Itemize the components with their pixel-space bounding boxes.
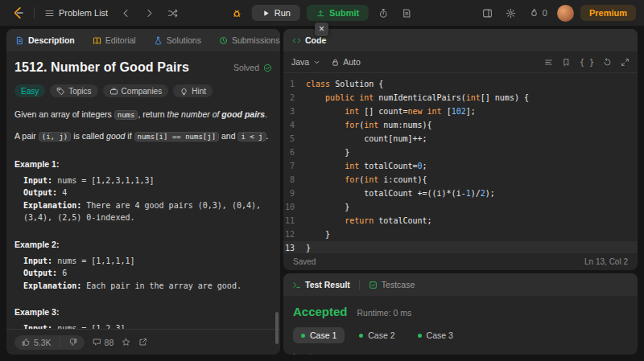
upload-icon [316, 9, 325, 18]
auto-label: Auto [343, 57, 361, 67]
leetcode-logo[interactable] [8, 4, 27, 22]
divider [359, 280, 360, 289]
code-line[interactable]: 13} [283, 241, 638, 253]
code-line[interactable]: 1class Solution { [283, 77, 638, 91]
solved-label: Solved [233, 63, 259, 72]
code-line[interactable]: 7 int totalCount=0; [283, 159, 638, 173]
code-line[interactable]: 10 } [283, 200, 638, 214]
settings-button[interactable] [502, 6, 519, 21]
streak-count: 0 [543, 8, 547, 18]
code-line[interactable]: 11 return totalCount; [283, 214, 638, 228]
case-3-button[interactable]: Case 3 [410, 327, 461, 343]
list-icon [44, 8, 55, 18]
statement-text: is called [71, 131, 106, 141]
companies-button[interactable]: Companies [103, 84, 169, 97]
run-button[interactable]: Run [252, 5, 300, 21]
fullscreen-button[interactable] [621, 58, 630, 67]
solved-badge: Solved [233, 63, 272, 72]
tab-submissions-label: Submissions [232, 35, 280, 45]
prev-problem-button[interactable] [118, 6, 134, 21]
input-label: Input: [23, 176, 52, 185]
code-line[interactable]: 8 for(int i:count){ [283, 173, 638, 187]
problem-list-label: Problem List [59, 8, 108, 18]
topbar-right: 0 Premium [479, 5, 636, 22]
tab-testcase[interactable]: Testcase [368, 278, 415, 291]
reset-code-button[interactable] [603, 58, 612, 67]
snippets-button[interactable]: { } [580, 58, 594, 67]
auto-toggle[interactable]: Auto [331, 57, 361, 67]
star-icon [122, 338, 130, 347]
editor-statusbar: Saved Ln 13, Col 2 [283, 253, 638, 270]
dislike-button[interactable] [68, 338, 77, 347]
tab-editorial[interactable]: Editorial [92, 34, 137, 47]
tab-submissions[interactable]: Submissions [218, 34, 280, 47]
layout-button[interactable] [479, 6, 496, 21]
topbar-left: Problem List [8, 4, 181, 22]
next-problem-button[interactable] [141, 6, 158, 21]
input-section-label: Input [293, 352, 628, 355]
avatar[interactable] [557, 5, 574, 22]
code-line[interactable]: 4 for(int num:nums){ [283, 118, 638, 132]
topics-button[interactable]: Topics [50, 84, 97, 97]
title-row: 1512. Number of Good Pairs Solved [14, 60, 272, 75]
language-select[interactable]: Java [291, 57, 321, 67]
code-line[interactable]: 6 } [283, 146, 638, 159]
premium-button[interactable]: Premium [580, 5, 636, 21]
input-value: nums = [1,2,3,1,1,3] [52, 176, 154, 185]
tag-row: Easy Topics Companies Hint [14, 84, 272, 97]
tab-solutions[interactable]: Solutions [153, 34, 202, 47]
tab-test-result-label: Test Result [305, 280, 350, 289]
statement-text: , return [138, 109, 167, 119]
code-line[interactable]: 3 int [] count=new int [102]; [283, 105, 638, 118]
close-icon[interactable]: × [315, 23, 328, 36]
divider [34, 7, 35, 18]
example-3-block: Input: nums = [1,2,3] Output: 0 [23, 322, 272, 329]
case-1-label: Case 1 [310, 330, 336, 340]
note-icon [402, 8, 412, 18]
gear-icon [506, 8, 516, 18]
tab-description[interactable]: Description [14, 34, 76, 47]
share-icon [138, 338, 147, 347]
hint-button[interactable]: Hint [173, 84, 213, 97]
description-panel: Description Editorial Solutions Submissi… [6, 29, 280, 355]
streak-button[interactable]: 0 [526, 6, 551, 21]
flask-icon [154, 36, 163, 45]
timer-button[interactable] [375, 6, 392, 21]
code-line[interactable]: 2 public int numIdenticalPairs(int[] num… [283, 91, 638, 105]
share-button[interactable] [138, 338, 147, 347]
statement-text: Given an array of integers [14, 109, 114, 119]
bookmark-button[interactable] [562, 58, 571, 67]
briefcase-icon [109, 87, 118, 96]
notes-button[interactable] [398, 6, 415, 21]
code-chip: i < j [237, 132, 266, 142]
case-2-button[interactable]: Case 2 [351, 327, 402, 343]
case-pass-dot [359, 334, 363, 338]
comment-count: 88 [105, 338, 114, 347]
play-icon [262, 9, 270, 18]
submit-button[interactable]: Submit [307, 5, 369, 21]
tab-editorial-label: Editorial [105, 35, 136, 45]
scrollbar-thumb[interactable] [275, 312, 279, 344]
debug-icon [232, 8, 242, 18]
layout-icon [482, 8, 493, 18]
code-lines[interactable]: 1class Solution {2 public int numIdentic… [283, 73, 638, 253]
random-problem-button[interactable] [164, 6, 181, 21]
format-button[interactable] [544, 58, 553, 67]
comments-button[interactable]: 88 [93, 338, 114, 347]
example-output: Output: 6 [23, 267, 272, 280]
case-1-button[interactable]: Case 1 [293, 327, 345, 343]
favorite-button[interactable] [122, 338, 130, 347]
code-line[interactable]: 5 count[num]++; [283, 132, 638, 146]
tab-test-result[interactable]: Test Result [291, 278, 351, 291]
problem-list-button[interactable]: Problem List [41, 6, 111, 21]
code-line[interactable]: 12 } [283, 228, 638, 241]
difficulty-badge[interactable]: Easy [14, 84, 45, 97]
cursor-position: Ln 13, Col 2 [584, 257, 628, 266]
code-panel: Code Java Auto { } 1class Solution {2 pu… [283, 29, 638, 270]
chevron-left-icon [121, 8, 131, 18]
output-value: 4 [57, 188, 67, 197]
like-button[interactable]: 5.3K [22, 338, 52, 347]
debugger-button[interactable] [229, 6, 246, 21]
description-panel-tabs: Description Editorial Solutions Submissi… [6, 29, 280, 51]
code-line[interactable]: 9 totalCount +=((i)*(i-1)/2); [283, 187, 638, 200]
